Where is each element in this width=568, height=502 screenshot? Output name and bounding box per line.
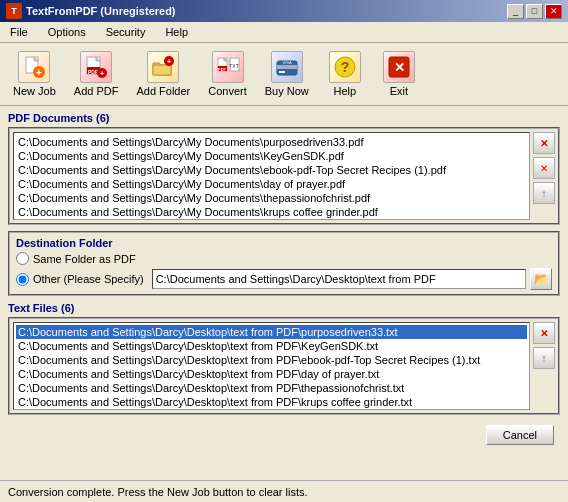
- destination-title: Destination Folder: [16, 237, 552, 249]
- svg-text:PDF: PDF: [88, 69, 98, 75]
- text-remove-button[interactable]: ✕: [533, 322, 555, 344]
- add-folder-svg: +: [151, 55, 175, 79]
- window-title: TextFromPDF (Unregistered): [26, 5, 176, 17]
- list-item[interactable]: C:\Documents and Settings\Darcy\My Docum…: [16, 135, 527, 149]
- list-item[interactable]: C:\Documents and Settings\Darcy\My Docum…: [16, 191, 527, 205]
- convert-label: Convert: [208, 85, 247, 97]
- list-item[interactable]: C:\Documents and Settings\Darcy\My Docum…: [16, 149, 527, 163]
- browse-folder-button[interactable]: 📂: [530, 268, 552, 290]
- add-pdf-label: Add PDF: [74, 85, 119, 97]
- same-folder-radio[interactable]: [16, 252, 29, 265]
- convert-icon: PDF → TXT: [212, 51, 244, 83]
- list-item[interactable]: C:\Documents and Settings\Darcy\My Docum…: [16, 163, 527, 177]
- text-files-section: Text Files (6) C:\Documents and Settings…: [8, 302, 560, 415]
- list-item[interactable]: C:\Documents and Settings\Darcy\Desktop\…: [16, 353, 527, 367]
- other-folder-label: Other (Please Specify): [33, 273, 144, 285]
- help-svg: ?: [333, 55, 357, 79]
- buy-now-button[interactable]: VISA Buy Now: [258, 47, 316, 101]
- svg-text:TXT: TXT: [229, 63, 238, 69]
- destination-path-input[interactable]: [152, 269, 526, 289]
- list-item[interactable]: C:\Documents and Settings\Darcy\My Docum…: [16, 177, 527, 191]
- help-label: Help: [334, 85, 357, 97]
- close-button[interactable]: ✕: [545, 4, 562, 19]
- buy-now-icon: VISA: [271, 51, 303, 83]
- menu-options[interactable]: Options: [42, 24, 92, 40]
- text-side-buttons: ✕ ↑: [533, 322, 555, 410]
- other-folder-radio[interactable]: [16, 273, 29, 286]
- main-content: PDF Documents (6) C:\Documents and Setti…: [0, 106, 568, 502]
- maximize-button[interactable]: □: [526, 4, 543, 19]
- same-folder-row: Same Folder as PDF: [16, 252, 552, 265]
- list-item[interactable]: C:\Documents and Settings\Darcy\Desktop\…: [16, 325, 527, 339]
- add-pdf-svg: PDF +: [84, 55, 108, 79]
- text-files-title: Text Files (6): [8, 302, 560, 314]
- same-folder-label: Same Folder as PDF: [33, 253, 136, 265]
- title-bar: T TextFromPDF (Unregistered) _ □ ✕: [0, 0, 568, 22]
- menu-bar: File Options Security Help: [0, 22, 568, 43]
- list-item[interactable]: C:\Documents and Settings\Darcy\Desktop\…: [16, 395, 527, 409]
- menu-security[interactable]: Security: [100, 24, 152, 40]
- menu-file[interactable]: File: [4, 24, 34, 40]
- buy-now-svg: VISA: [275, 55, 299, 79]
- list-item[interactable]: C:\Documents and Settings\Darcy\Desktop\…: [16, 381, 527, 395]
- title-bar-left: T TextFromPDF (Unregistered): [6, 3, 176, 19]
- pdf-list-container: C:\Documents and Settings\Darcy\My Docum…: [8, 127, 560, 225]
- pdf-remove-button[interactable]: ✕: [533, 132, 555, 154]
- add-pdf-icon: PDF +: [80, 51, 112, 83]
- add-folder-icon: +: [147, 51, 179, 83]
- svg-text:+: +: [167, 57, 172, 66]
- pdf-list-with-buttons: C:\Documents and Settings\Darcy\My Docum…: [13, 132, 555, 220]
- svg-text:+: +: [36, 67, 42, 78]
- pdf-open-button[interactable]: ↑: [533, 182, 555, 204]
- list-item[interactable]: C:\Documents and Settings\Darcy\Desktop\…: [16, 367, 527, 381]
- list-item[interactable]: C:\Documents and Settings\Darcy\Desktop\…: [16, 339, 527, 353]
- menu-help[interactable]: Help: [159, 24, 194, 40]
- minimize-button[interactable]: _: [507, 4, 524, 19]
- svg-text:PDF: PDF: [218, 67, 227, 72]
- exit-icon: ✕: [383, 51, 415, 83]
- add-pdf-button[interactable]: PDF + Add PDF: [67, 47, 126, 101]
- svg-text:?: ?: [341, 59, 350, 75]
- cancel-row: Cancel: [8, 421, 560, 449]
- svg-text:+: +: [100, 69, 105, 78]
- text-file-list[interactable]: C:\Documents and Settings\Darcy\Desktop\…: [13, 322, 530, 410]
- new-job-button[interactable]: + New Job: [6, 47, 63, 101]
- text-open-button[interactable]: ↑: [533, 347, 555, 369]
- convert-svg: PDF → TXT: [216, 55, 240, 79]
- toolbar: + New Job PDF + Add PDF: [0, 43, 568, 106]
- destination-section: Destination Folder Same Folder as PDF Ot…: [8, 231, 560, 296]
- svg-text:✕: ✕: [393, 60, 404, 75]
- buy-now-label: Buy Now: [265, 85, 309, 97]
- title-controls: _ □ ✕: [507, 4, 562, 19]
- new-job-label: New Job: [13, 85, 56, 97]
- help-icon: ?: [329, 51, 361, 83]
- exit-label: Exit: [390, 85, 408, 97]
- new-job-icon: +: [18, 51, 50, 83]
- add-folder-label: Add Folder: [136, 85, 190, 97]
- status-text: Conversion complete. Press the New Job b…: [8, 486, 308, 498]
- pdf-remove-all-button[interactable]: ✕: [533, 157, 555, 179]
- svg-rect-20: [277, 65, 297, 69]
- list-item[interactable]: C:\Documents and Settings\Darcy\My Docum…: [16, 205, 527, 219]
- app-icon: T: [6, 3, 22, 19]
- text-list-with-buttons: C:\Documents and Settings\Darcy\Desktop\…: [13, 322, 555, 410]
- exit-button[interactable]: ✕ Exit: [374, 47, 424, 101]
- convert-button[interactable]: PDF → TXT Convert: [201, 47, 254, 101]
- pdf-file-list[interactable]: C:\Documents and Settings\Darcy\My Docum…: [13, 132, 530, 220]
- pdf-section-title: PDF Documents (6): [8, 112, 560, 124]
- new-job-svg: +: [22, 55, 46, 79]
- cancel-button[interactable]: Cancel: [486, 425, 554, 445]
- svg-rect-21: [279, 71, 285, 73]
- help-button[interactable]: ? Help: [320, 47, 370, 101]
- add-folder-button[interactable]: + Add Folder: [129, 47, 197, 101]
- status-bar: Conversion complete. Press the New Job b…: [0, 480, 568, 502]
- pdf-section: PDF Documents (6) C:\Documents and Setti…: [8, 112, 560, 225]
- pdf-side-buttons: ✕ ✕ ↑: [533, 132, 555, 220]
- other-folder-row: Other (Please Specify) 📂: [16, 268, 552, 290]
- exit-svg: ✕: [387, 55, 411, 79]
- svg-text:VISA: VISA: [282, 60, 291, 65]
- text-list-container: C:\Documents and Settings\Darcy\Desktop\…: [8, 317, 560, 415]
